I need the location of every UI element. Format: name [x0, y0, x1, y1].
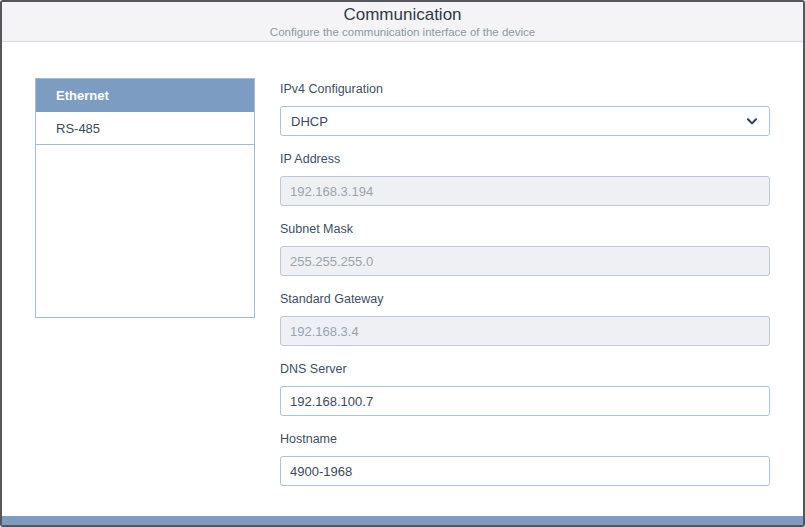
interface-sidebar: Ethernet RS-485 [35, 78, 255, 318]
subnet-mask-input [280, 246, 770, 276]
sidebar-item-ethernet[interactable]: Ethernet [36, 79, 254, 112]
field-group-ip-address: IP Address [280, 152, 770, 206]
ip-address-label: IP Address [280, 152, 770, 167]
ipv4-configuration-selected-value: DHCP [291, 114, 328, 129]
field-group-dns-server: DNS Server [280, 362, 770, 416]
ipv4-configuration-select[interactable]: DHCP [280, 106, 770, 136]
standard-gateway-label: Standard Gateway [280, 292, 770, 307]
ip-address-input [280, 176, 770, 206]
dns-server-input[interactable] [280, 386, 770, 416]
field-group-subnet-mask: Subnet Mask [280, 222, 770, 276]
content-area: Ethernet RS-485 IPv4 Configuration DHCP … [2, 42, 803, 518]
chevron-down-icon [745, 114, 759, 128]
hostname-input[interactable] [280, 456, 770, 486]
page-header: Communication Configure the communicatio… [2, 2, 803, 42]
field-group-hostname: Hostname [280, 432, 770, 486]
communication-settings-window: Communication Configure the communicatio… [0, 0, 805, 527]
page-title: Communication [2, 5, 803, 25]
hostname-label: Hostname [280, 432, 770, 447]
dns-server-label: DNS Server [280, 362, 770, 377]
field-group-ipv4-configuration: IPv4 Configuration DHCP [280, 82, 770, 136]
subnet-mask-label: Subnet Mask [280, 222, 770, 237]
footer-accent-bar [2, 516, 803, 525]
ipv4-configuration-label: IPv4 Configuration [280, 82, 770, 97]
page-subtitle: Configure the communication interface of… [2, 25, 803, 39]
sidebar-item-rs485[interactable]: RS-485 [36, 112, 254, 145]
ethernet-settings-form: IPv4 Configuration DHCP IP Address Subne… [280, 82, 770, 502]
standard-gateway-input [280, 316, 770, 346]
field-group-standard-gateway: Standard Gateway [280, 292, 770, 346]
